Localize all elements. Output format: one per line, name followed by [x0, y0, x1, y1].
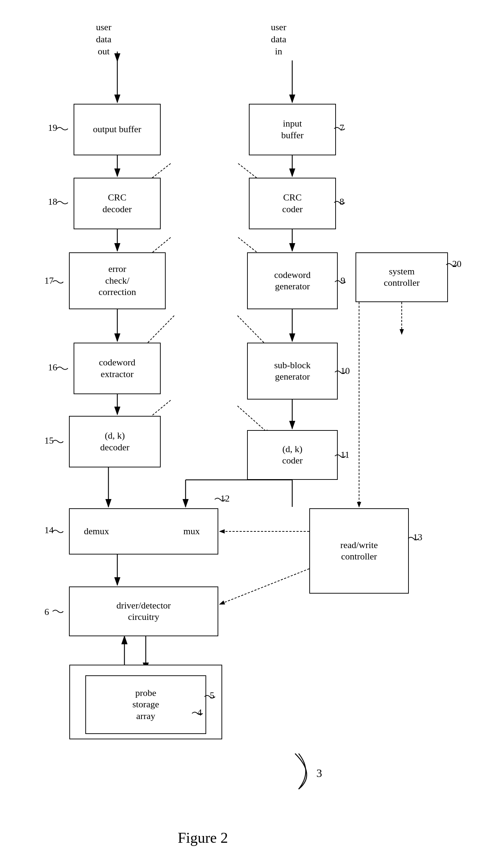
ref-15: 15	[44, 435, 54, 446]
codeword-generator-label: codewordgenerator	[274, 269, 311, 293]
dk-coder-label: (d, k)coder	[282, 444, 303, 467]
ref-9: 9	[341, 275, 345, 286]
demux-mux-block: demux mux	[69, 508, 218, 554]
sub-block-generator-label: sub-blockgenerator	[274, 360, 311, 383]
figure-num-3: 3	[316, 766, 322, 781]
svg-line-29	[220, 569, 309, 604]
error-correction-block: errorcheck/correction	[69, 252, 166, 309]
user-data-in-label: userdatain	[271, 21, 286, 57]
crc-decoder-label: CRCdecoder	[102, 192, 132, 215]
ref-17: 17	[44, 275, 54, 286]
user-data-out-label: userdataout	[96, 21, 111, 57]
ref-6: 6	[44, 607, 49, 617]
probe-storage-label: probestoragearray	[132, 687, 159, 722]
ref-13: 13	[413, 532, 422, 543]
ref-8: 8	[340, 197, 344, 207]
ref-11: 11	[341, 450, 349, 460]
read-write-controller-block: read/writecontroller	[309, 508, 409, 594]
input-buffer-label: inputbuffer	[281, 118, 304, 141]
ref-19: 19	[48, 123, 57, 133]
probe-storage-inner-block: probestoragearray	[85, 675, 206, 734]
input-buffer-block: inputbuffer	[249, 104, 336, 155]
ref-12: 12	[220, 493, 230, 504]
driver-detector-block: driver/detectorcircuitry	[69, 586, 218, 636]
diagram-container: output buffer CRCdecoder errorcheck/corr…	[0, 0, 481, 868]
driver-detector-label: driver/detectorcircuitry	[116, 600, 171, 623]
demux-label: demux	[84, 526, 109, 537]
crc-coder-block: CRCcoder	[249, 178, 336, 229]
ref-7: 7	[340, 123, 344, 133]
dk-decoder-block: (d, k)decoder	[69, 416, 161, 467]
figure-caption: Figure 2	[178, 828, 228, 848]
ref-5: 5	[210, 690, 214, 701]
dk-coder-block: (d, k)coder	[247, 430, 338, 480]
crc-coder-label: CRCcoder	[282, 192, 303, 215]
error-correction-label: errorcheck/correction	[98, 263, 136, 298]
ref-18: 18	[48, 197, 57, 207]
crc-decoder-block: CRCdecoder	[74, 178, 161, 229]
read-write-controller-label: read/writecontroller	[340, 540, 378, 563]
ref-16: 16	[48, 362, 57, 373]
system-controller-block: systemcontroller	[356, 252, 448, 302]
codeword-extractor-label: codewordextractor	[99, 357, 135, 380]
codeword-extractor-block: codewordextractor	[74, 343, 161, 394]
ref-14: 14	[44, 525, 54, 536]
codeword-generator-block: codewordgenerator	[247, 252, 338, 309]
sub-block-generator-block: sub-blockgenerator	[247, 343, 338, 400]
ref-4: 4	[197, 707, 202, 718]
output-buffer-block: output buffer	[74, 104, 161, 155]
output-buffer-label: output buffer	[93, 124, 141, 135]
ref-10: 10	[341, 366, 350, 376]
mux-label: mux	[183, 526, 200, 537]
dk-decoder-label: (d, k)decoder	[100, 430, 129, 453]
system-controller-label: systemcontroller	[384, 266, 419, 289]
ref-20: 20	[452, 259, 461, 269]
